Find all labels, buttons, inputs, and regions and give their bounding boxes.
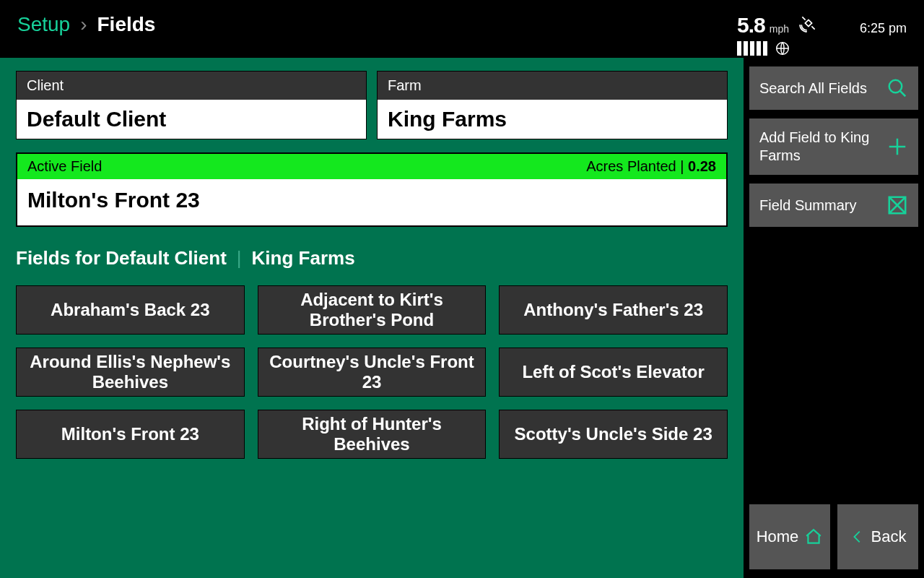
- breadcrumb-parent[interactable]: Setup: [17, 13, 70, 36]
- speed-value: 5.8: [737, 13, 765, 38]
- top-bar: Setup › Fields 5.8 mph 6:25 pm: [0, 0, 924, 58]
- svg-rect-0: [805, 20, 811, 26]
- svg-point-4: [889, 80, 902, 93]
- clock: 6:25 pm: [860, 21, 907, 36]
- field-button[interactable]: Scotty's Uncle's Side 23: [499, 410, 728, 459]
- acres-planted: Acres Planted | 0.28: [586, 158, 716, 175]
- home-button[interactable]: Home: [749, 504, 830, 569]
- plus-icon: [886, 136, 908, 158]
- search-icon: [886, 77, 908, 99]
- speed-unit: mph: [770, 23, 789, 35]
- home-icon: [804, 527, 823, 546]
- client-value: Default Client: [17, 100, 366, 139]
- search-all-fields-button[interactable]: Search All Fields: [749, 66, 918, 110]
- field-button[interactable]: Courtney's Uncle's Front 23: [258, 348, 487, 397]
- main-panel: Client Default Client Farm King Farms Ac…: [0, 58, 744, 578]
- field-plot-icon: [886, 194, 908, 216]
- active-field-name: Milton's Front 23: [17, 179, 726, 225]
- field-grid: Abraham's Back 23Adjacent to Kirt's Brot…: [16, 285, 728, 459]
- active-field-label: Active Field: [27, 158, 102, 175]
- field-button[interactable]: Around Ellis's Nephew's Beehives: [16, 348, 245, 397]
- status-cluster: 5.8 mph 6:25 pm: [737, 13, 907, 56]
- field-button[interactable]: Right of Hunter's Beehives: [258, 410, 487, 459]
- field-button[interactable]: Abraham's Back 23: [16, 285, 245, 335]
- svg-line-2: [811, 26, 814, 29]
- field-button[interactable]: Milton's Front 23: [16, 410, 245, 459]
- svg-line-1: [802, 17, 805, 20]
- back-button[interactable]: Back: [837, 504, 918, 569]
- active-field-card[interactable]: Active Field Acres Planted | 0.28 Milton…: [16, 152, 728, 227]
- field-button[interactable]: Left of Scot's Elevator: [499, 348, 728, 397]
- field-button[interactable]: Adjacent to Kirt's Brother's Pond: [258, 285, 487, 335]
- client-label: Client: [17, 72, 366, 100]
- gps-globe-icon: [775, 40, 790, 56]
- satellite-icon: [799, 14, 818, 33]
- svg-line-5: [900, 91, 906, 97]
- chevron-right-icon: ›: [80, 13, 87, 36]
- field-button[interactable]: Anthony's Father's 23: [499, 285, 728, 335]
- add-field-button[interactable]: Add Field to King Farms: [749, 118, 918, 175]
- field-list-heading: Fields for Default Client | King Farms: [16, 247, 728, 269]
- client-selector[interactable]: Client Default Client: [16, 71, 367, 139]
- farm-selector[interactable]: Farm King Farms: [377, 71, 728, 139]
- farm-label: Farm: [378, 72, 727, 100]
- field-summary-button[interactable]: Field Summary: [749, 184, 918, 227]
- farm-value: King Farms: [378, 100, 727, 139]
- right-sidebar: Search All Fields Add Field to King Farm…: [744, 58, 924, 578]
- signal-bars-icon: [737, 41, 767, 56]
- chevron-left-icon: [850, 529, 866, 545]
- breadcrumb: Setup › Fields: [17, 13, 155, 36]
- breadcrumb-current: Fields: [97, 13, 156, 36]
